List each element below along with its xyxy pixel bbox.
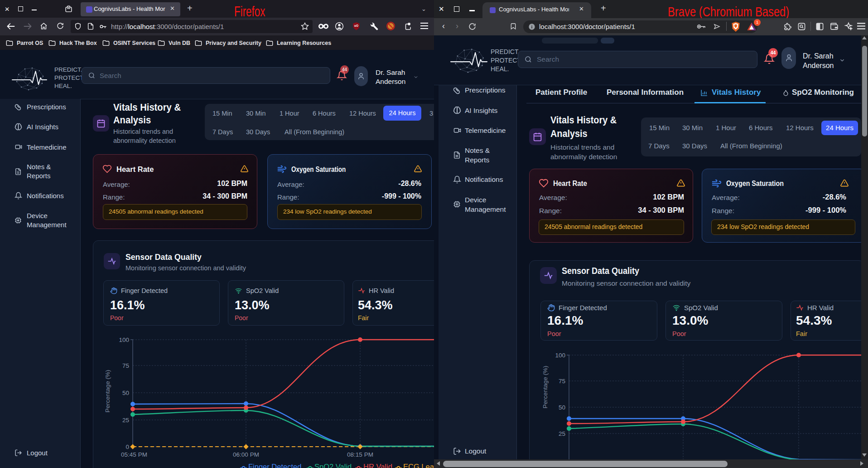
svg-text:100: 100 — [119, 336, 129, 343]
svg-text:06:00 PM: 06:00 PM — [233, 451, 259, 458]
svg-text:75: 75 — [559, 378, 565, 385]
svg-text:08:15 PM: 08:15 PM — [347, 451, 373, 458]
svg-text:0: 0 — [125, 444, 129, 450]
svg-text:50: 50 — [559, 404, 565, 411]
svg-text:uO: uO — [354, 24, 358, 27]
svg-text:100: 100 — [555, 352, 565, 359]
svg-text:50: 50 — [122, 390, 129, 396]
svg-text:25: 25 — [122, 417, 129, 424]
svg-text:25: 25 — [559, 430, 565, 437]
svg-text:75: 75 — [122, 362, 129, 369]
svg-text:05:45 PM: 05:45 PM — [121, 451, 147, 458]
